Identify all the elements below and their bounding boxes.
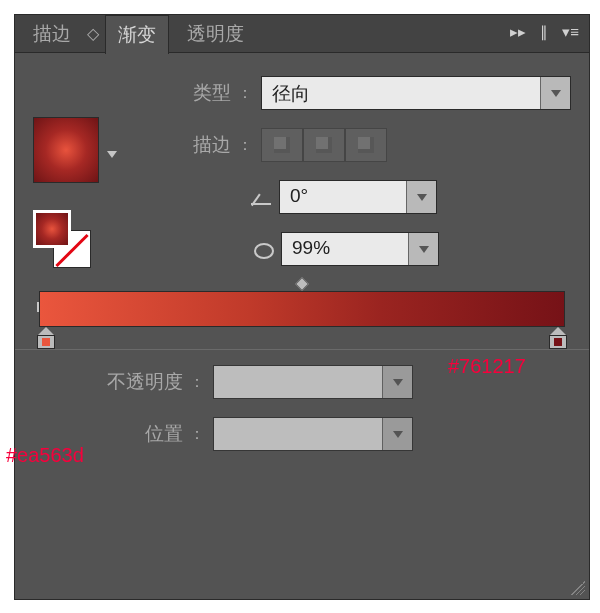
- aspect-input[interactable]: 99%: [281, 232, 439, 266]
- stroke-align-out-button: [345, 128, 387, 162]
- resize-grip-icon[interactable]: [571, 581, 585, 595]
- dock-icon[interactable]: ∥: [540, 23, 548, 41]
- gradient-panel: 描边 ◇ 渐变 透明度 ▸▸ ∥ ▾≡ 类型 ： 径向: [14, 14, 590, 600]
- gradient-ramp[interactable]: [39, 291, 565, 327]
- row-location: 位置 ：: [73, 412, 571, 456]
- fill-swatch[interactable]: [33, 210, 71, 248]
- chevron-down-icon[interactable]: [408, 233, 438, 265]
- row-type: 类型 ： 径向: [153, 71, 571, 115]
- colon: ：: [237, 83, 253, 104]
- angle-input[interactable]: 0°: [279, 180, 437, 214]
- label-opacity: 不透明度: [73, 369, 183, 395]
- type-select-value: 径向: [262, 77, 540, 109]
- colon: ：: [237, 135, 253, 156]
- stroke-align-group: [261, 128, 387, 162]
- tab-gradient[interactable]: 渐变: [105, 15, 169, 54]
- location-value: [214, 418, 382, 450]
- label-location: 位置: [73, 421, 183, 447]
- row-angle: 0°: [153, 175, 571, 219]
- tab-bar: 描边 ◇ 渐变 透明度 ▸▸ ∥ ▾≡: [15, 15, 589, 53]
- stroke-align-center-button: [303, 128, 345, 162]
- midpoint-diamond-icon[interactable]: [295, 277, 309, 291]
- type-select[interactable]: 径向: [261, 76, 571, 110]
- gradient-slider[interactable]: ▥: [39, 291, 565, 327]
- angle-icon: [251, 189, 273, 205]
- tab-transparency[interactable]: 透明度: [175, 15, 256, 53]
- gradient-swatch-menu-caret-icon[interactable]: [107, 151, 117, 158]
- opacity-input[interactable]: [213, 365, 413, 399]
- aspect-ratio-icon: [251, 240, 275, 258]
- angle-value: 0°: [280, 181, 406, 213]
- aspect-value: 99%: [282, 233, 408, 265]
- divider: [15, 349, 589, 350]
- chevron-down-icon[interactable]: [540, 77, 570, 109]
- gradient-stop-left[interactable]: [37, 327, 55, 349]
- row-opacity: 不透明度 ：: [73, 360, 571, 404]
- panel-menu-icon[interactable]: ▾≡: [562, 23, 579, 41]
- tab-stroke[interactable]: 描边: [21, 15, 83, 53]
- label-type: 类型: [153, 80, 231, 106]
- tab-separator-icon: ◇: [87, 24, 99, 43]
- gradient-stop-right[interactable]: [549, 327, 567, 349]
- label-stroke: 描边: [153, 132, 231, 158]
- row-aspect: 99%: [153, 227, 571, 271]
- chevron-down-icon[interactable]: [406, 181, 436, 213]
- colon: ：: [189, 424, 205, 445]
- colon: ：: [189, 372, 205, 393]
- fill-stroke-swatches: [33, 210, 91, 268]
- collapse-icon[interactable]: ▸▸: [510, 23, 526, 41]
- gradient-preview-swatch[interactable]: [33, 117, 99, 183]
- chevron-down-icon[interactable]: [382, 418, 412, 450]
- chevron-down-icon[interactable]: [382, 366, 412, 398]
- location-input[interactable]: [213, 417, 413, 451]
- panel-body: 类型 ： 径向 描边 ：: [15, 53, 589, 476]
- row-stroke: 描边 ：: [153, 123, 571, 167]
- stroke-align-in-button: [261, 128, 303, 162]
- opacity-value: [214, 366, 382, 398]
